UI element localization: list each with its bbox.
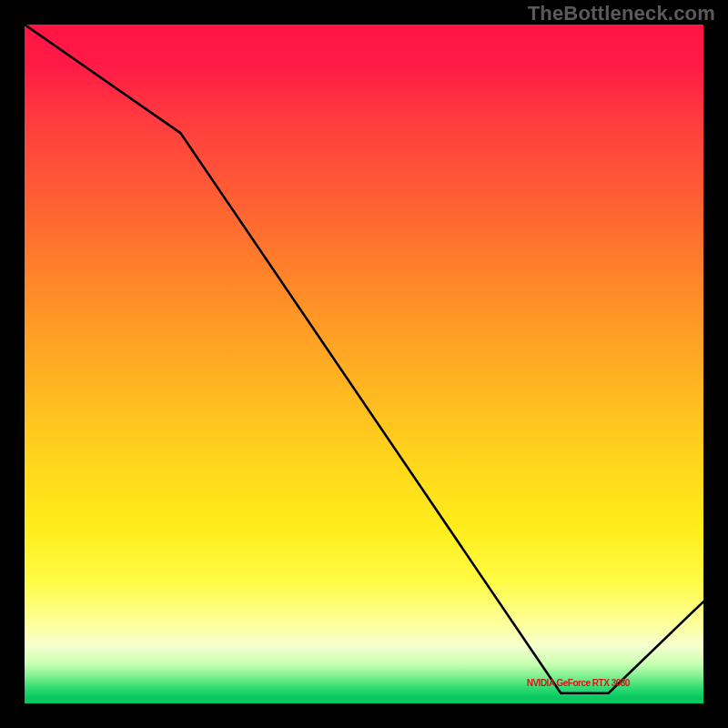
chart-line-layer — [25, 25, 703, 703]
gpu-annotation: NVIDIA GeForce RTX 3080 — [527, 678, 630, 688]
chart-container: TheBottleneck.com NVIDIA GeForce RTX 308… — [0, 0, 728, 728]
bottleneck-curve-line — [25, 25, 703, 693]
plot-area: NVIDIA GeForce RTX 3080 — [25, 25, 703, 703]
watermark-text: TheBottleneck.com — [528, 2, 715, 25]
